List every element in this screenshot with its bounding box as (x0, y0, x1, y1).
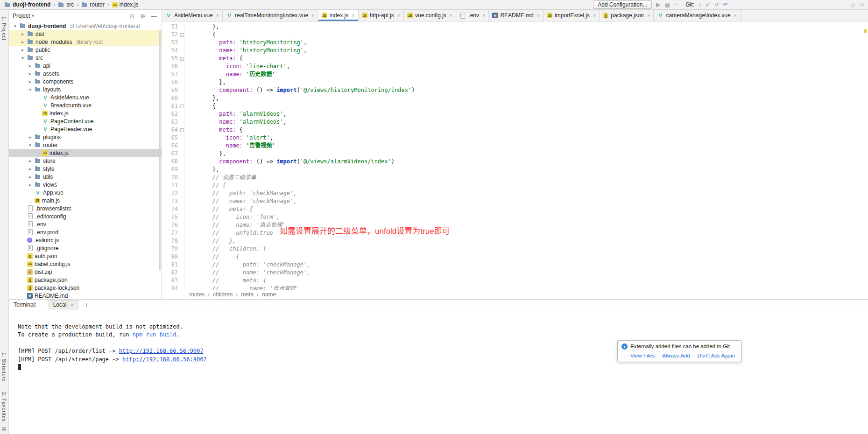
chevron-right-icon[interactable]: ▸ (28, 71, 33, 76)
tree-row-src[interactable]: ▾src (9, 54, 162, 62)
close-icon[interactable]: × (216, 13, 219, 18)
project-scrollbar[interactable] (159, 30, 161, 271)
refresh-icon[interactable]: ↺ (860, 2, 864, 7)
tree-row-package-lock.json[interactable]: {}package-lock.json (9, 284, 162, 292)
tree-row-plugins[interactable]: ▸plugins (9, 133, 162, 141)
tree-row-readme.md[interactable]: MREADME.md (9, 292, 162, 299)
profiler-icon[interactable]: ◔ (674, 2, 677, 7)
close-icon[interactable]: × (352, 13, 354, 18)
chevron-right-icon[interactable]: ▸ (28, 182, 33, 187)
breadcrumb-item-index.js[interactable]: JSindex.js (111, 1, 140, 8)
chevron-down-icon[interactable]: ▾ (13, 24, 18, 28)
tree-row-public[interactable]: ▸public (9, 46, 162, 54)
toolwindow-structure-button[interactable]: 1: Structure (1, 352, 7, 382)
tab-index.js[interactable]: JSindex.js× (318, 10, 359, 21)
tab-.env[interactable]: .env× (456, 10, 489, 21)
chevron-down-icon[interactable]: ▾ (20, 56, 25, 60)
terminal-link[interactable]: http://192.168.66.56:9007 (122, 356, 207, 363)
breadcrumb-item-duoji-frontend[interactable]: duoji-frontend (3, 1, 52, 8)
tab-importexcel.js[interactable]: JSimportExcel.js× (543, 10, 600, 21)
breadcrumb-item-src[interactable]: src (56, 1, 75, 8)
new-terminal-icon[interactable]: + (85, 301, 89, 308)
tree-row-dist.zip[interactable]: Zdist.zip (9, 268, 162, 276)
chevron-right-icon[interactable]: ▸ (28, 79, 33, 84)
code-editor[interactable]: 51 },52 {53 path: 'historyMonitoring',54… (162, 21, 868, 290)
breadcrumb-item-router[interactable]: router (80, 1, 106, 8)
tree-row-api[interactable]: ▸api (9, 62, 162, 70)
build-icon[interactable]: ▦ (665, 2, 670, 7)
chevron-right-icon[interactable]: ▸ (28, 135, 33, 140)
terminal-tab-local[interactable]: Local × (49, 300, 78, 309)
tab-readme.md[interactable]: MREADME.md× (489, 10, 543, 21)
tree-row-.eslintrc.js[interactable]: e.eslintrc.js (9, 236, 162, 244)
git-history-icon[interactable]: ↺ (714, 2, 719, 7)
tree-row-style[interactable]: ▸style (9, 165, 162, 173)
tree-row-.editorconfig[interactable]: .editorconfig (9, 212, 162, 220)
tab-package.json[interactable]: {}package.json× (600, 10, 654, 21)
tree-row-components[interactable]: ▸components (9, 77, 162, 85)
terminal-link[interactable]: http://192.168.66.56:9007 (119, 348, 204, 354)
tree-row-router[interactable]: ▾router (9, 141, 162, 149)
tree-row-views[interactable]: ▸views (9, 181, 162, 189)
warning-stripe-mark[interactable] (864, 29, 867, 33)
tab-vue.config.js[interactable]: JSvue.config.js× (404, 10, 456, 21)
close-icon[interactable]: × (593, 13, 596, 18)
tree-row-index.js[interactable]: JSindex.js (9, 109, 162, 117)
tree-row-store[interactable]: ▸store (9, 157, 162, 165)
toolwindow-project-button[interactable]: 1: Project (1, 16, 7, 40)
chevron-right-icon[interactable]: ▸ (20, 40, 25, 44)
close-icon[interactable]: × (482, 13, 485, 18)
close-icon[interactable]: × (71, 302, 73, 308)
settings-icon[interactable]: ⊛ (140, 13, 145, 20)
toolwindow-favorites-button[interactable]: 2: Favorites (1, 392, 7, 421)
git-update-icon[interactable]: ↓ (699, 2, 701, 7)
tool-windows-corner-icon[interactable]: ⊞ (2, 426, 7, 433)
notification-action-view-files[interactable]: View Files (630, 353, 655, 358)
git-rollback-icon[interactable]: ↶ (723, 2, 728, 7)
tree-row-auth.json[interactable]: {}auth.json (9, 252, 162, 260)
breadcrumb-item-routes[interactable]: routes (189, 291, 205, 298)
close-icon[interactable]: × (734, 13, 737, 18)
close-icon[interactable]: × (450, 13, 452, 18)
notification-action-don-t-ask-again[interactable]: Don't Ask Again (698, 353, 735, 358)
tree-row-root[interactable]: ▾duoji-frontendD:\zheheWeb\duoji-fronten… (9, 22, 162, 30)
close-icon[interactable]: × (397, 13, 400, 18)
close-icon[interactable]: × (311, 13, 314, 18)
chevron-right-icon[interactable]: ▸ (28, 167, 33, 171)
tool-grid-icon[interactable]: ⊞ (850, 2, 855, 7)
project-view-selector[interactable]: Project (13, 13, 30, 19)
tab-cameramanage-index.vue[interactable]: VcameraManage\index.vue× (654, 10, 741, 21)
breadcrumb-item-meta[interactable]: meta (241, 291, 254, 298)
chevron-down-icon[interactable]: ▾ (28, 87, 33, 92)
tree-row-.env.prod[interactable]: .env.prod (9, 228, 162, 236)
tree-row-pageheader.vue[interactable]: VPageHeader.vue (9, 125, 162, 133)
tab-asidemenu.vue[interactable]: VAsideMenu.vue× (162, 10, 223, 21)
tab-http-api.js[interactable]: JShttp-api.js× (359, 10, 404, 21)
breadcrumb-item-name[interactable]: name (262, 291, 276, 298)
tree-row-.gitignore[interactable]: .gitignore (9, 244, 162, 252)
tree-row-node-modules[interactable]: ▸node_moduleslibrary root (9, 38, 162, 46)
chevron-right-icon[interactable]: ▸ (28, 175, 33, 179)
tree-row-.browserslistrc[interactable]: .browserslistrc (9, 204, 162, 212)
breadcrumb-item-children[interactable]: children (213, 291, 233, 298)
tree-row-babel.config.js[interactable]: JSbabel.config.js (9, 260, 162, 268)
tree-row-index.js[interactable]: JSindex.js (9, 149, 162, 157)
tree-row-package.json[interactable]: {}package.json (9, 276, 162, 284)
chevron-right-icon[interactable]: ▸ (28, 63, 33, 68)
add-configuration-button[interactable]: Add Configuration... (593, 0, 652, 9)
chevron-right-icon[interactable]: ▸ (28, 159, 33, 163)
tree-row-layouts[interactable]: ▾layouts (9, 85, 162, 93)
git-commit-icon[interactable]: ✓ (706, 2, 710, 7)
chevron-down-icon[interactable]: ▾ (28, 143, 33, 147)
tree-row-dist[interactable]: ▸dist (9, 30, 162, 38)
chevron-right-icon[interactable]: ▸ (20, 32, 25, 36)
tree-row-main.js[interactable]: JSmain.js (9, 196, 162, 204)
tree-row-.env[interactable]: .env (9, 220, 162, 228)
close-icon[interactable]: × (537, 13, 540, 18)
hide-panel-icon[interactable]: — (151, 13, 157, 20)
run-icon[interactable]: ▶ (656, 2, 660, 7)
tree-row-asidemenu.vue[interactable]: VAsideMenu.vue (9, 93, 162, 101)
notification-action-always-add[interactable]: Always Add (662, 353, 690, 358)
tree-row-app.vue[interactable]: VApp.vue (9, 189, 162, 196)
locate-icon[interactable]: ⊙ (129, 13, 134, 20)
